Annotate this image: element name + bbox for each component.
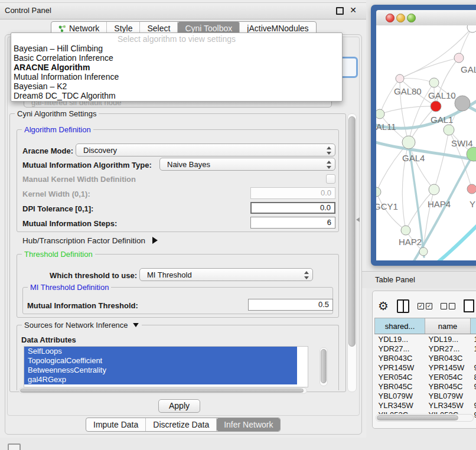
- table-row[interactable]: YDL19...YDL19...13: [375, 334, 476, 344]
- network-node-gal[interactable]: [454, 53, 464, 63]
- table-cell: YDR27...: [375, 344, 425, 353]
- table-row[interactable]: YBL079WYBL079W: [375, 391, 476, 400]
- network-node-hap2[interactable]: [401, 226, 410, 235]
- table-hscrollbar-thumb[interactable]: [377, 415, 458, 420]
- mi-threshold-label: Mutual Information Threshold:: [27, 301, 138, 310]
- combo-stepper-icon[interactable]: [326, 161, 331, 169]
- network-node-hap4[interactable]: [429, 184, 439, 195]
- settings-vscrollbar[interactable]: [347, 113, 357, 392]
- network-edge[interactable]: [380, 79, 400, 114]
- network-node-gal11[interactable]: [376, 109, 384, 119]
- table-row[interactable]: YLR345WYLR345W9.: [375, 400, 476, 410]
- deselect-all-checkboxes-icon[interactable]: [441, 303, 455, 309]
- tab-impute-data[interactable]: Impute Data: [86, 418, 146, 431]
- network-node[interactable]: [444, 125, 454, 135]
- combo-stepper-icon[interactable]: [326, 146, 331, 155]
- attr-list-vscrollbar[interactable]: [319, 347, 328, 386]
- panel-divider-collapse-icon[interactable]: [356, 217, 360, 222]
- settings-vscrollbar-thumb[interactable]: [348, 116, 356, 347]
- algorithm-option[interactable]: ARACNE Algorithm: [11, 63, 342, 72]
- algorithm-option[interactable]: Bayesian – Hill Climbing: [11, 44, 342, 53]
- table-row[interactable]: YER054CYER054C8.: [375, 372, 476, 381]
- algorithm-option[interactable]: Mutual Information Inference: [11, 72, 342, 81]
- document-icon[interactable]: [464, 299, 474, 312]
- algorithm-option[interactable]: Dream8 DC_TDC Algorithm: [11, 91, 342, 100]
- sources-hscrollbar-thumb[interactable]: [20, 389, 304, 393]
- node-table: shared...nameYDL19...YDL19...13YDR27...Y…: [374, 318, 476, 419]
- network-node-gal80[interactable]: [396, 74, 404, 83]
- tab-label: Impute Data: [93, 418, 138, 431]
- close-traffic-light-icon[interactable]: [386, 14, 395, 22]
- table-cell: YBR045C: [425, 381, 471, 391]
- combo-stepper-icon[interactable]: [304, 271, 309, 279]
- network-node-y[interactable]: [467, 184, 476, 194]
- column-header[interactable]: shared...: [375, 318, 425, 334]
- column-header[interactable]: [471, 318, 476, 334]
- which-threshold-combo[interactable]: MI Threshold: [139, 268, 313, 281]
- column-header[interactable]: name: [425, 318, 471, 334]
- network-edge[interactable]: [400, 78, 434, 83]
- mi-threshold-field[interactable]: [248, 299, 333, 311]
- network-node-gcy1[interactable]: [376, 187, 381, 197]
- minimize-traffic-light-icon[interactable]: [396, 14, 405, 22]
- select-all-checkboxes-icon[interactable]: ✓✓: [418, 303, 432, 309]
- kernel-width-field[interactable]: [250, 187, 335, 199]
- table-row[interactable]: YDR27...YDR27...12: [375, 344, 476, 353]
- tab-infer-network[interactable]: Infer Network: [217, 418, 280, 431]
- network-window-titlebar[interactable]: [376, 10, 476, 26]
- table-row[interactable]: YPR145WYPR145W9.: [375, 363, 476, 372]
- manual-kernel-width-checkbox[interactable]: [326, 174, 335, 184]
- hub-transcription-factor-toggle[interactable]: Hub/Transcription Factor Definition: [22, 236, 158, 245]
- network-node[interactable]: [455, 96, 470, 111]
- table-cell: YLR345W: [425, 400, 471, 410]
- algorithm-option[interactable]: Basic Correlation Inference: [11, 53, 342, 63]
- tab-discretize-data[interactable]: Discretize Data: [146, 418, 217, 431]
- table-cell: YBL079W: [375, 391, 425, 400]
- data-attribute-item[interactable]: BetweennessCentrality: [24, 366, 297, 375]
- collapsed-arrow-icon[interactable]: [152, 237, 158, 244]
- table-cell: [471, 353, 476, 363]
- close-icon[interactable]: ✕: [350, 5, 357, 15]
- sources-hscrollbar[interactable]: [19, 387, 307, 394]
- table-row[interactable]: YBR045CYBR045C9.: [375, 381, 476, 391]
- which-threshold-value: MI Threshold: [147, 270, 192, 279]
- table-columns-icon[interactable]: [397, 299, 409, 313]
- table-cell: 8.: [471, 372, 476, 381]
- float-window-icon[interactable]: [336, 7, 344, 15]
- network-edge[interactable]: [380, 106, 436, 114]
- network-canvas[interactable]: GALGAL80GAL10GAL1GAL11GAL4SWI4GCY1HAP4YH…: [376, 25, 476, 260]
- algorithm-option[interactable]: Bayesian – K2: [11, 81, 342, 91]
- data-attribute-item[interactable]: gal4RGexp: [24, 375, 297, 384]
- network-edge[interactable]: [400, 58, 459, 79]
- apply-button[interactable]: Apply: [158, 399, 200, 413]
- sources-legend: Sources for Network Inference: [24, 321, 128, 330]
- network-node-gal10[interactable]: [429, 78, 439, 87]
- sources-legend-row[interactable]: Sources for Network Inference: [22, 321, 142, 330]
- network-node-gal1[interactable]: [431, 101, 441, 112]
- minimized-panel-chip[interactable]: [8, 444, 21, 450]
- network-edge-weighted[interactable]: [437, 223, 476, 260]
- table-cell: 9.: [471, 363, 476, 372]
- table-cell: 13: [471, 334, 476, 344]
- tab-label: Discretize Data: [153, 418, 209, 431]
- mi-algorithm-type-combo[interactable]: Naive Bayes: [159, 158, 335, 171]
- table-cell: 9.: [471, 381, 476, 391]
- table-hscrollbar[interactable]: [376, 414, 474, 422]
- zoom-traffic-light-icon[interactable]: [407, 14, 416, 22]
- expanded-arrow-icon[interactable]: [133, 323, 139, 327]
- data-attribute-item[interactable]: TopologicalCoefficient: [24, 356, 297, 366]
- network-edge[interactable]: [434, 130, 449, 190]
- dpi-tolerance-field[interactable]: [250, 202, 335, 214]
- settings-gear-icon[interactable]: ⚙: [378, 300, 389, 312]
- node-label: GAL1: [431, 115, 453, 125]
- aracne-mode-combo[interactable]: Discovery: [76, 144, 335, 156]
- attr-list-vscrollbar-thumb[interactable]: [321, 349, 327, 383]
- control-panel-titlebar: [0, 2, 366, 19]
- network-node-gal4[interactable]: [402, 136, 415, 149]
- data-attributes-list[interactable]: SelfLoopsTopologicalCoefficientBetweenne…: [24, 346, 308, 387]
- data-attribute-item[interactable]: SelfLoops: [24, 347, 297, 356]
- table-row[interactable]: YBR043CYBR043C: [375, 353, 476, 363]
- network-node[interactable]: [419, 247, 428, 256]
- mi-steps-field[interactable]: [250, 217, 335, 229]
- table-cell: YDL19...: [375, 334, 425, 344]
